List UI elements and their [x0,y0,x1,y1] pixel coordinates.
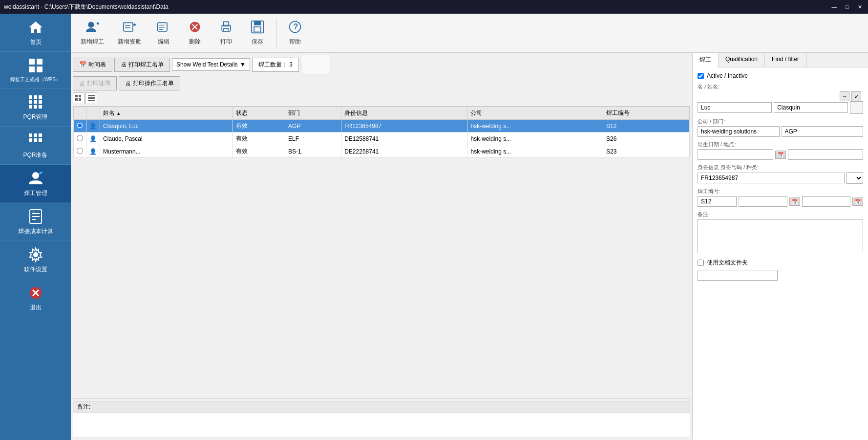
th-welder-no[interactable]: 焊工编号 [603,107,690,120]
col-welder-no-label: 焊工编号 [606,110,630,116]
row-radio-btn[interactable] [77,148,83,154]
col-status-label: 状态 [236,110,248,116]
table-row[interactable]: 👤 Clasquin, Luc 有效 AGP FR123654987 hsk-w… [74,120,690,132]
print-cert-button[interactable]: 🖨 打印证书 [73,76,117,90]
name-import-btn[interactable]: ↙ [851,91,861,101]
view-mode-btn1[interactable] [73,92,85,104]
dropdown-arrow-icon: ▼ [240,61,246,68]
notes-area: 备注: [73,401,690,438]
edit-button[interactable]: 编辑 [149,17,178,49]
tab-welder[interactable]: 焊工 [693,53,719,67]
sidebar-item-wps[interactable]: 焊接工艺规程（WPS） [0,52,71,88]
sidebar-item-exit[interactable]: 退出 [0,279,71,317]
print-button[interactable]: 打印 [212,17,241,49]
print-op-list-button[interactable]: 🖨 打印操作工名单 [119,76,180,90]
svg-rect-1 [37,59,42,65]
print-welder-list-button[interactable]: 🖨 打印焊工名单 [114,58,170,72]
edit-label: 编辑 [158,38,169,46]
th-dept[interactable]: 部门 [285,107,341,120]
id-number-input[interactable] [698,173,845,183]
th-company[interactable]: 公司 [467,107,603,120]
row-icon-cell: 👤 [86,145,100,158]
row-radio-btn[interactable] [77,122,83,129]
welder-date2-cal-btn[interactable]: 📅 [852,198,863,206]
sidebar-label-cost-calc: 焊接成本计算 [18,227,53,236]
first-name-input[interactable] [698,102,772,113]
time-table-button[interactable]: 📅 时间表 [73,58,112,72]
active-checkbox[interactable] [698,73,704,79]
tab-qualification-label: Qualification [725,56,758,63]
edit-icon [157,20,170,37]
row-radio-cell [74,120,86,132]
table-row[interactable]: 👤 Claude, Pascal 有效 ELF DE12588741 hsk-w… [74,132,690,145]
welder-count-label: 焊工数量： [258,61,288,68]
th-id[interactable]: 身份信息 [341,107,467,120]
welder-no-row: 焊工编号: 📅 📅 [698,188,863,207]
titlebar: weldassistant - C:\Users\下载集\Documents\w… [0,0,868,14]
maximize-button[interactable]: □ [843,2,851,11]
sidebar-item-cost-calc[interactable]: +- 焊接成本计算 [0,203,71,241]
birthdate-cal-btn[interactable]: 📅 [775,151,786,159]
row-dept-cell: AGP [285,120,341,132]
minimize-button[interactable]: — [830,2,839,11]
sidebar-item-welder-mgmt[interactable]: 焊工管理 [0,165,71,203]
right-notes-row: 备注: [698,211,863,255]
show-weld-test-dropdown[interactable]: Show Weld Test Details ▼ [172,58,250,71]
right-panel: 焊工 Qualification Find / filter Active / … [692,53,868,440]
sidebar-item-settings[interactable]: 软件设置 [0,241,71,279]
row-radio-btn[interactable] [77,135,83,141]
welder-date1-cal-btn[interactable]: 📅 [789,198,800,206]
tab-find-filter[interactable]: Find / filter [765,53,806,67]
welder-count-box: 焊工数量： 3 [252,58,299,72]
delete-label: 删除 [189,38,201,46]
close-button[interactable]: ✕ [855,2,864,11]
birthplace-input[interactable] [788,149,864,160]
last-name-input[interactable] [774,102,848,113]
print-label: 打印 [220,38,232,46]
birthdate-inputs: 📅 [698,149,863,160]
dept-input[interactable] [782,126,864,137]
svg-rect-10 [29,105,32,109]
svg-rect-53 [79,95,81,97]
help-button[interactable]: ? 帮助 [280,17,310,49]
sidebar-label-wps: 焊接工艺规程（WPS） [10,76,61,83]
save-button[interactable]: 保存 [243,17,272,49]
th-status[interactable]: 状态 [233,107,285,120]
name-export-btn[interactable]: → [840,91,849,101]
row-name-cell: Clasquin, Luc [100,120,233,132]
data-table[interactable]: 姓名 ▲ 状态 部门 身份信息 [73,106,690,399]
table-header-row: 姓名 ▲ 状态 部门 身份信息 [74,107,690,120]
birthdate-input[interactable] [698,149,773,160]
exit-icon [27,284,44,302]
sidebar-item-pqr-mgmt[interactable]: PQR管理 [0,88,71,127]
doc-folder-checkbox[interactable] [698,260,704,266]
sidebar-item-pqr-prep[interactable]: PQR准备 [0,127,71,165]
company-input[interactable] [698,126,780,137]
print-welder-list-label: 打印焊工名单 [128,61,164,69]
add-welder-button[interactable]: 新增焊工 [75,17,110,49]
row-radio-cell [74,132,86,145]
icon-buttons-row [73,92,690,104]
welder-no-inputs: 📅 📅 [698,196,863,207]
delete-button[interactable]: 删除 [180,17,210,49]
welder-date2-input[interactable] [802,196,851,207]
tab-qualification[interactable]: Qualification [719,53,765,67]
help-label: 帮助 [289,38,301,46]
right-notes-textarea[interactable] [698,219,863,253]
table-row[interactable]: 👤 Mustermann... 有效 BS-1 DE22258741 hsk-w… [74,145,690,158]
doc-folder-path-input[interactable] [698,270,778,281]
welder-no-input[interactable] [698,196,737,207]
welder-date1-input[interactable] [739,196,787,207]
col-id-label: 身份信息 [344,110,368,116]
th-name[interactable]: 姓名 ▲ [100,107,233,120]
row-welder-no-cell: S26 [603,132,690,145]
active-label: Active / Inactive [707,72,748,79]
svg-rect-7 [29,100,32,104]
add-material-button[interactable]: 新增资质 [112,17,147,49]
doc-folder-row: 使用文档文件夹 [698,259,863,267]
id-type-select[interactable] [847,172,863,184]
show-weld-test-label: Show Weld Test Details [176,61,238,68]
sidebar-item-home[interactable]: 首页 [0,14,71,52]
view-mode-btn2[interactable] [85,92,97,104]
sidebar-label-exit: 退出 [30,304,42,312]
